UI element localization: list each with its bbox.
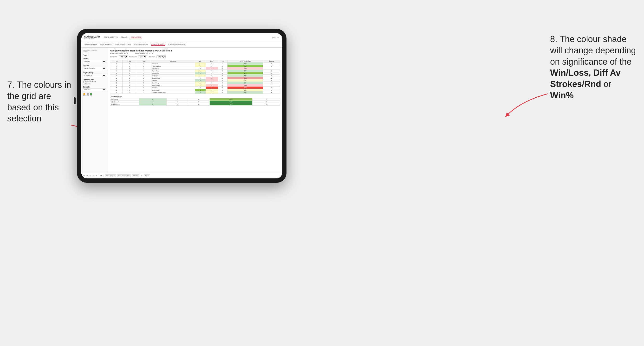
ood-table-row: NCAA Division 2 5 0 0 7.400 10 (110, 103, 280, 106)
filter-conference-label: Conference (129, 56, 137, 57)
toolbar-refresh[interactable]: ⟳ (100, 174, 102, 177)
toolbar-grid-icon[interactable]: ⊞ (141, 174, 142, 177)
cell-tie: 0 (218, 65, 228, 67)
table-row: 18 2 2 Euna Lee 0 3 0 -5.00 2 (110, 87, 280, 89)
cell-loss: 0 (206, 82, 218, 84)
sub-nav-player-h2h-heatmap[interactable]: PLAYER H2H HEATMAP (168, 44, 186, 45)
cell-name: Stella Cheng (151, 82, 195, 84)
sidebar-division-select[interactable]: NCAA Division III (83, 67, 106, 70)
cell-loss: 1 (206, 77, 218, 79)
radio-dot-opponents (83, 81, 84, 82)
cell-name: Alexis Sudjianto (151, 65, 195, 67)
sub-nav-team-h2h-grid[interactable]: TEAM H2H GRID (100, 44, 112, 45)
cell-loss: 0 (206, 72, 218, 75)
legend-down: Down (83, 93, 86, 96)
table-row: 16 9 1 Jessica Mason 1 2 0 -0.94 (110, 84, 280, 87)
cell-div: 5 (110, 65, 122, 67)
cell-reg: 5 (122, 75, 136, 77)
cell-conf: 1 (136, 75, 151, 77)
sub-nav-player-h2h-grid[interactable]: PLAYER H2H GRID (151, 43, 165, 46)
nav-right: | Sign out (272, 36, 279, 38)
cell-div: 3 (110, 62, 122, 65)
sidebar-radio-group: Opponents Played Top 100 (83, 81, 106, 84)
cell-div: 6 (110, 67, 122, 70)
ood-cell-win: 1 (139, 98, 166, 101)
cell-diff: -0.94 (228, 84, 263, 87)
toolbar-save-custom[interactable]: Save Custom View (117, 174, 131, 177)
sub-nav: TEAM SUMMARY TEAM H2H GRID TEAM H2H HEAT… (81, 42, 282, 48)
toolbar-redo-1[interactable]: ↪ (86, 174, 88, 177)
sidebar-colour-select[interactable]: Win/loss (83, 88, 106, 91)
cell-tie: 0 (218, 84, 228, 87)
toolbar-view-original[interactable]: View: Original (105, 174, 116, 177)
cell-name: Jessica Mason (151, 84, 195, 87)
ood-cell-name: Foreign Team (110, 98, 139, 101)
legend-up: Up (90, 93, 92, 96)
cell-diff: 1.50 (228, 62, 263, 65)
ood-cell-win: 15 (139, 101, 166, 103)
nav-teams[interactable]: TEAMS (121, 36, 127, 39)
sidebar-gender-select[interactable]: Women's (83, 60, 106, 63)
filter-conference-select[interactable]: (All) (138, 55, 147, 58)
table-row: 3 1 1 Esther Lee 1 0 1 1.50 4 (110, 62, 280, 65)
cell-diff: 3.33 (228, 75, 263, 77)
right-arrow (502, 91, 550, 120)
col-header-loss: Loss (206, 60, 218, 62)
nav-tournaments[interactable]: TOURNAMENTS (104, 36, 118, 39)
cell-win: 1 (195, 70, 206, 72)
cell-name: Sharon Mun (151, 70, 195, 72)
ood-cell-diff: 7.400 (210, 103, 252, 106)
sidebar-opponent-view-label: Opponent view (83, 79, 106, 81)
sidebar-radio-top100[interactable]: Top 100 (83, 83, 106, 84)
sub-nav-player-summary[interactable]: PLAYER SUMMARY (134, 44, 148, 45)
cell-diff: 0.30 (228, 89, 263, 91)
toolbar: ↩ ↪ ↩ ⧉ ✂ ⟳ View: Original Save Custom V… (81, 173, 282, 178)
sidebar-rank-select[interactable]: 8. Katelyn Vo (83, 74, 106, 77)
filter-opponents-select[interactable]: (All) (119, 55, 128, 58)
cell-rounds (263, 67, 280, 70)
sidebar-colour-label: Colour by (83, 86, 106, 88)
ood-cell-loss: 0 (166, 98, 188, 101)
toolbar-watch[interactable]: Watch ▾ (132, 174, 140, 177)
cell-conf: 5 (136, 82, 151, 84)
sidebar-gender-label: Gender (83, 58, 106, 60)
cell-reg: 2 (122, 65, 136, 67)
grid-title: Katelyn Vo Head-to-Head Grid for Women's… (110, 49, 280, 52)
cell-diff: -3.00 (228, 77, 263, 79)
cell-conf: 2 (136, 65, 151, 67)
filter-opponent-select[interactable]: (All) (156, 55, 166, 58)
cell-div: 20 (110, 91, 122, 94)
nav-bar: SCOREBOARD Powered by clippd TOURNAMENTS… (81, 33, 282, 42)
main-data-table: # Div # Reg # Conf Opponent Win Loss Tie… (110, 60, 280, 94)
cell-name: Euna Lee (151, 87, 195, 89)
radio-dot-top100 (83, 83, 84, 84)
sidebar-radio-opponents-played[interactable]: Opponents Played (83, 81, 106, 82)
cell-win: 1 (195, 75, 206, 77)
cell-rounds: 2 (263, 87, 280, 89)
toolbar-undo[interactable]: ↩ (83, 174, 85, 177)
cell-name: Esther Lee (151, 62, 195, 65)
toolbar-copy[interactable]: ⧉ (93, 174, 94, 177)
cell-tie: 0 (218, 79, 228, 82)
cell-reg: 11 (122, 91, 136, 94)
sub-nav-team-h2h-heatmap[interactable]: TEAM H2H HEATMAP (115, 44, 131, 45)
toolbar-share[interactable]: Share (144, 174, 150, 177)
cell-loss: 0 (206, 65, 218, 67)
sub-nav-team-summary[interactable]: TEAM SUMMARY (84, 44, 97, 45)
cell-rounds: 3 (263, 75, 280, 77)
nav-committee[interactable]: COMMITTEE (131, 36, 142, 39)
table-row: 11 5 1 Heejo Hyun 1 0 0 3.33 3 (110, 75, 280, 77)
cell-conf: 6 (136, 89, 151, 91)
sidebar-division-section: Division NCAA Division III (83, 65, 106, 70)
ood-cell-tie: 0 (188, 101, 210, 103)
col-header-win: Win (195, 60, 206, 62)
cell-tie: 0 (218, 67, 228, 70)
ood-cell-tie: 0 (188, 103, 210, 106)
toolbar-undo-2[interactable]: ↩ (90, 174, 91, 177)
logo: SCOREBOARD Powered by clippd (84, 36, 100, 39)
toolbar-cut[interactable]: ✂ (96, 174, 97, 177)
sidebar-division-label: Division (83, 65, 106, 67)
filter-opponent-label: Opponent (149, 56, 155, 57)
cell-rounds: 4 (263, 82, 280, 84)
table-row: 13 1 1 Jessica Huang 0 1 0 -3.00 2 (110, 77, 280, 79)
